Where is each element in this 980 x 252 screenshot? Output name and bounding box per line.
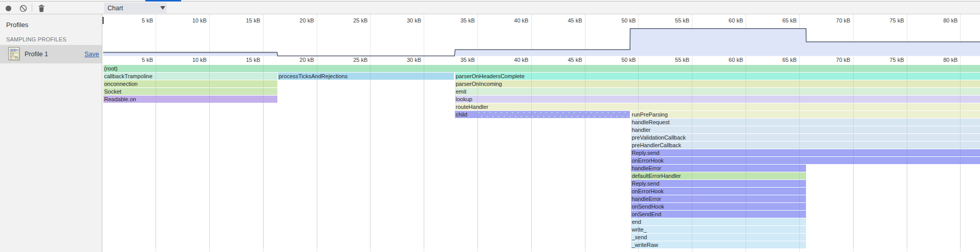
svg-text:%: %: [14, 54, 19, 60]
